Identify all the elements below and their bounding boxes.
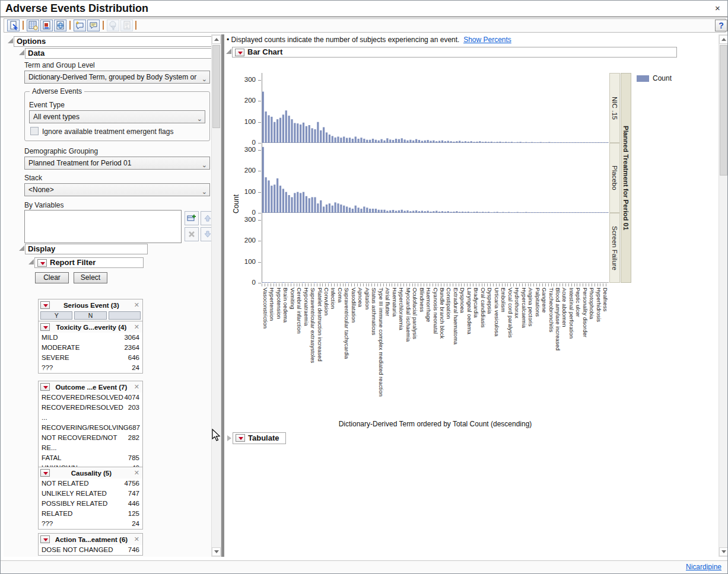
filter-row[interactable]: UNLIKELY RELATED747 [39, 489, 142, 499]
collapse-triangle-report-filter[interactable] [28, 259, 34, 264]
data-table-icon[interactable] [27, 20, 39, 31]
filter-row-count: 646 [128, 353, 139, 363]
x-axis-label: Gangrene [541, 288, 548, 312]
scroll-up-icon[interactable] [212, 35, 221, 44]
collapse-triangle-bar-chart[interactable] [226, 49, 231, 54]
bar-series-Screen Failure[interactable] [262, 213, 609, 283]
report-scrollbar[interactable] [719, 34, 728, 557]
y-tick-label: 100 [238, 118, 256, 125]
filter-row-count: 125 [128, 509, 139, 519]
stack-combo[interactable]: <None>⌄ [24, 183, 210, 196]
filter-row[interactable]: POSSIBLY RELATED446 [39, 499, 142, 509]
x-axis-label: Dyspnoea [459, 288, 466, 313]
scroll-down-icon[interactable] [719, 547, 728, 556]
filter-row[interactable]: NOT RELATED4756 [39, 479, 142, 489]
filter-row[interactable]: NOT RECOVERED/NOT RE...282 [39, 433, 142, 453]
tabulate-header[interactable]: Tabulate [233, 432, 286, 444]
x-axis-label: Bradycardia [473, 288, 479, 318]
x-axis-label: Hyperhidrosis [596, 288, 602, 322]
demographic-grouping-combo[interactable]: Planned Treatment for Period 01⌄ [24, 157, 210, 170]
help-button[interactable]: ? [715, 20, 727, 31]
filter-value-button[interactable]: Y [40, 311, 72, 320]
y-tick-label: 300 [238, 146, 256, 153]
bullet-icon: • [227, 36, 231, 44]
y-tick-mark [258, 192, 261, 193]
bar-chart-menu-button[interactable] [235, 49, 244, 56]
filter-box-header: Toxicity G...everity (4)✕ [39, 321, 142, 333]
tabulate-menu-button[interactable] [236, 434, 245, 442]
close-icon[interactable]: × [715, 3, 720, 13]
new-note-icon[interactable] [74, 20, 86, 31]
filter-row-label: UNLIKELY RELATED [42, 489, 107, 499]
y-tick-mark [258, 101, 261, 101]
x-axis-label: Platelet destruction increased [317, 288, 323, 362]
scrollbar-thumb[interactable] [212, 45, 220, 128]
bar-series-Placebo[interactable] [262, 143, 609, 213]
close-icon[interactable]: ✕ [133, 383, 141, 391]
filter-row-label: RECOVERED/RESOLVED ... [42, 403, 128, 423]
filter-row[interactable]: MODERATE2364 [39, 343, 142, 353]
x-axis-label: Oculofacial paralysis [412, 288, 418, 339]
close-icon[interactable]: ✕ [133, 301, 141, 309]
close-icon[interactable]: ✕ [133, 323, 141, 331]
report-filter-menu-button[interactable] [37, 259, 47, 267]
report-filter-header[interactable]: Report Filter [34, 257, 144, 268]
web-report-icon[interactable] [54, 20, 66, 31]
open-report-icon[interactable] [7, 20, 20, 31]
term-group-combo[interactable]: Dictionary-Derived Term, grouped by Body… [24, 71, 210, 84]
close-icon[interactable]: ✕ [133, 535, 141, 543]
x-axis-label: Blindness [419, 288, 425, 312]
filter-row[interactable]: SEVERE646 [39, 353, 142, 363]
collapse-triangle-tabulate[interactable] [227, 435, 231, 441]
collapse-triangle-options[interactable] [8, 38, 13, 43]
filter-row-label: POSSIBLY RELATED [42, 499, 107, 509]
data-header[interactable]: Data [25, 48, 211, 59]
filter-menu-button[interactable] [40, 535, 50, 543]
filter-menu-button[interactable] [40, 323, 50, 331]
filter-row-count: 282 [128, 433, 139, 453]
filter-value-button[interactable] [109, 311, 141, 320]
x-axis-label: Tracheobronchitis [548, 288, 555, 332]
filter-menu-button[interactable] [40, 301, 50, 309]
filter-row[interactable]: MILD3064 [39, 333, 142, 343]
collapse-triangle-data[interactable] [19, 50, 24, 55]
filter-row[interactable]: ???24 [39, 363, 142, 373]
scroll-down-icon[interactable] [212, 547, 221, 556]
options-header[interactable]: Options [14, 36, 211, 47]
show-percents-link[interactable]: Show Percents [463, 36, 511, 44]
filter-row[interactable]: DOSE NOT CHANGED746 [39, 545, 142, 555]
filter-menu-button[interactable] [40, 469, 50, 477]
display-header[interactable]: Display [25, 244, 148, 254]
filter-row[interactable]: ???24 [39, 519, 142, 529]
bar-chart-header[interactable]: Bar Chart [232, 47, 677, 58]
panel-label-text: NIC .15 [611, 97, 618, 120]
event-type-combo[interactable]: All event types⌄ [29, 110, 205, 123]
save-picture-icon[interactable] [40, 20, 53, 31]
filter-row-count: 746 [128, 545, 139, 555]
filter-row-label: RECOVERING/RESOLVING [42, 423, 129, 433]
nicardipine-link[interactable]: Nicardipine [686, 563, 721, 571]
filter-row[interactable]: FATAL785 [39, 453, 142, 463]
by-variables-listbox[interactable] [24, 210, 182, 243]
ignore-flags-checkbox[interactable] [30, 127, 39, 135]
filter-row[interactable]: RECOVERED/RESOLVED ...203 [39, 403, 142, 423]
filter-value-button[interactable]: N [74, 311, 106, 320]
scrollbar-thumb[interactable] [720, 45, 727, 176]
bar-series-NIC .15[interactable] [262, 73, 609, 143]
filter-menu-button[interactable] [40, 383, 50, 391]
filter-row[interactable]: RELATED125 [39, 509, 142, 519]
scroll-up-icon[interactable] [719, 35, 728, 44]
close-icon[interactable]: ✕ [133, 469, 141, 477]
x-axis-label: Dyspepsia [487, 288, 493, 314]
options-scrollbar[interactable] [211, 34, 221, 557]
edit-note-icon[interactable] [87, 20, 100, 31]
panel-label-strip: NIC .15PlaceboScreen Failure [609, 73, 620, 283]
select-button[interactable]: Select [74, 272, 107, 283]
filter-row[interactable]: RECOVERED/RESOLVED4074 [39, 393, 142, 403]
filter-row[interactable]: RECOVERING/RESOLVING687 [39, 423, 142, 433]
x-axis-label: Extradural haematoma [453, 288, 459, 345]
add-variable-button[interactable] [185, 211, 199, 225]
collapse-triangle-display[interactable] [19, 245, 24, 251]
clear-button[interactable]: Clear [35, 272, 69, 283]
x-axis-label: Palpitations [535, 288, 541, 317]
